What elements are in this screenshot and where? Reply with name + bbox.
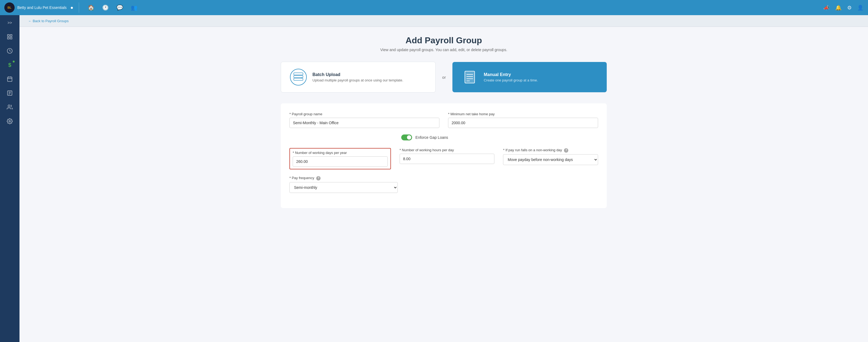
sidebar: >> $ (0, 15, 20, 342)
manual-entry-title: Manual Entry (484, 72, 538, 77)
form-section: * Payroll group name * Minimum net take … (281, 103, 607, 208)
manual-entry-description: Create one payroll group at a time. (484, 78, 538, 82)
enforce-gap-loans-row: Enforce Gap Loans (290, 134, 448, 140)
working-days-label: * Number of working days per year (293, 151, 388, 155)
batch-upload-text: Batch Upload Upload multiple payroll gro… (312, 72, 403, 82)
announcements-icon[interactable]: 📣 (823, 5, 830, 11)
sidebar-item-time[interactable] (3, 44, 17, 57)
svg-rect-3 (10, 37, 12, 39)
form-row-3: * Pay frequency ? Semi-monthly Monthly B… (289, 176, 598, 193)
breadcrumb-bar: ← Back to Payroll Groups (20, 15, 868, 27)
batch-upload-title: Batch Upload (312, 72, 403, 77)
notifications-icon[interactable]: 🔔 (835, 5, 842, 11)
pay-frequency-help-icon[interactable]: ? (316, 176, 320, 180)
non-working-day-help-icon[interactable]: ? (564, 148, 568, 152)
manual-entry-text: Manual Entry Create one payroll group at… (484, 72, 538, 82)
brand-logo: BL (4, 2, 14, 13)
batch-upload-description: Upload multiple payroll groups at once u… (312, 78, 403, 82)
svg-rect-22 (465, 71, 475, 83)
sidebar-item-settings[interactable] (3, 115, 17, 128)
payroll-group-name-label: * Payroll group name (289, 112, 439, 116)
svg-rect-21 (294, 78, 303, 80)
top-nav-icons: 🏠 🕐 💬 👥 (79, 4, 823, 11)
minimum-net-input[interactable] (448, 118, 598, 128)
enforce-gap-loans-label: Enforce Gap Loans (415, 135, 448, 140)
pay-frequency-label: * Pay frequency ? (289, 176, 398, 180)
page-subtitle: View and update payroll groups. You can … (281, 47, 607, 52)
minimum-net-field: * Minimum net take home pay (448, 112, 598, 128)
minimum-net-label: * Minimum net take home pay (448, 112, 598, 116)
svg-rect-20 (294, 75, 303, 78)
svg-point-13 (8, 105, 10, 107)
time-icon[interactable]: 🕐 (102, 4, 109, 11)
pay-frequency-select[interactable]: Semi-monthly Monthly Bi-weekly Weekly Da… (289, 182, 398, 193)
working-hours-input[interactable] (400, 154, 495, 164)
pay-frequency-field: * Pay frequency ? Semi-monthly Monthly B… (289, 176, 398, 193)
page-title: Add Payroll Group (281, 35, 607, 45)
non-working-day-label: * If pay run falls on a non-working day … (503, 148, 598, 152)
upload-entry-row: Batch Upload Upload multiple payroll gro… (281, 62, 607, 93)
enforce-gap-loans-toggle[interactable] (401, 134, 412, 140)
sidebar-item-people[interactable] (3, 101, 17, 114)
svg-rect-5 (7, 77, 12, 82)
manual-entry-icon (461, 68, 478, 86)
brand-status-dot: ● (70, 5, 73, 10)
messages-icon[interactable]: 💬 (117, 4, 123, 11)
sidebar-item-payroll[interactable]: $ (3, 59, 17, 71)
non-working-day-select[interactable]: Move payday before non-working days Move… (503, 154, 598, 165)
form-row-1: * Payroll group name * Minimum net take … (289, 112, 598, 128)
form-row-2: * Number of working days per year * Numb… (289, 148, 598, 169)
home-icon[interactable]: 🏠 (88, 4, 94, 11)
people-icon[interactable]: 👥 (131, 4, 137, 11)
non-working-day-field: * If pay run falls on a non-working day … (503, 148, 598, 169)
sidebar-item-tasks[interactable] (3, 87, 17, 100)
or-text: or (442, 75, 446, 79)
svg-rect-1 (10, 35, 12, 36)
svg-rect-19 (294, 73, 303, 75)
sidebar-toggle[interactable]: >> (5, 19, 14, 27)
sidebar-item-org[interactable] (3, 30, 17, 43)
svg-rect-2 (7, 37, 9, 39)
working-hours-field: * Number of working hours per day (400, 148, 495, 169)
payroll-group-name-field: * Payroll group name (289, 112, 439, 128)
app-body: >> $ (0, 15, 868, 342)
main-content: ← Back to Payroll Groups Add Payroll Gro… (20, 15, 868, 342)
working-days-field: * Number of working days per year (289, 148, 391, 169)
top-nav-right: 📣 🔔 ⚙ 👤 (823, 5, 864, 11)
working-days-input[interactable] (293, 157, 388, 167)
brand-area: BL Betty and Lulu Pet Essentials ● (4, 2, 79, 13)
svg-rect-0 (7, 35, 9, 36)
breadcrumb-label: Back to Payroll Groups (33, 19, 69, 23)
settings-icon[interactable]: ⚙ (847, 5, 852, 11)
user-icon[interactable]: 👤 (857, 5, 864, 11)
working-hours-label: * Number of working hours per day (400, 148, 495, 152)
top-navigation: BL Betty and Lulu Pet Essentials ● 🏠 🕐 💬… (0, 0, 868, 15)
back-to-payroll-groups-link[interactable]: ← Back to Payroll Groups (28, 19, 69, 23)
sidebar-item-calendar[interactable] (3, 72, 17, 86)
payroll-group-name-input[interactable] (289, 118, 439, 128)
back-arrow-icon: ← (28, 19, 32, 23)
svg-point-14 (9, 121, 10, 122)
manual-entry-card[interactable]: Manual Entry Create one payroll group at… (453, 62, 607, 92)
page-body: Add Payroll Group View and update payrol… (268, 27, 620, 217)
batch-upload-card[interactable]: Batch Upload Upload multiple payroll gro… (281, 62, 436, 93)
brand-name: Betty and Lulu Pet Essentials (17, 5, 67, 10)
batch-upload-icon (290, 68, 307, 86)
